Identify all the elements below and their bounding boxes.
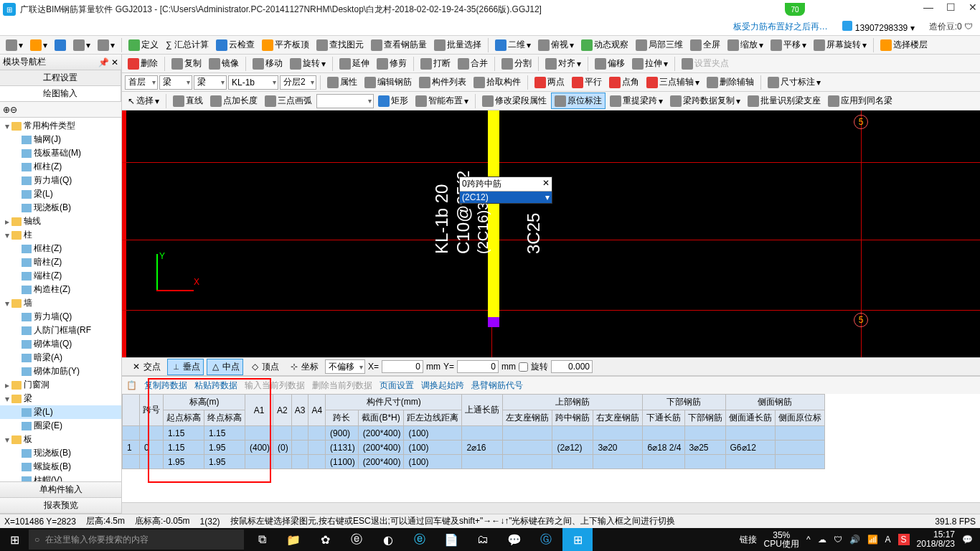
view-rebar-button[interactable]: 查看钢筋量	[368, 37, 430, 52]
copy-span-link[interactable]: 复制跨数据	[144, 380, 187, 392]
app-icon-7[interactable]: Ⓖ	[531, 528, 561, 551]
app-icon-3[interactable]: ◐	[373, 528, 403, 551]
tree-node[interactable]: 框柱(Z)	[0, 160, 121, 174]
paste-span-link[interactable]: 粘贴跨数据	[194, 380, 237, 392]
select-floor-button[interactable]: 选择楼层	[877, 37, 930, 52]
tree-node[interactable]: 端柱(Z)	[0, 269, 121, 283]
adjust-start-link[interactable]: 调换起始跨	[421, 380, 464, 392]
tray-up-icon[interactable]: ^	[806, 534, 811, 545]
user-phone[interactable]: 13907298339 ▾	[842, 21, 915, 33]
move-button[interactable]: 移动	[250, 56, 286, 71]
popup-close-icon[interactable]: ✕	[542, 178, 550, 190]
drawing-canvas[interactable]: KL-1b 20 C10@95(2 (2C16)320 3C25 Y X 5 5…	[122, 110, 980, 357]
ime-icon[interactable]: S	[898, 534, 910, 545]
tray-icon-1[interactable]: ☁	[818, 534, 826, 545]
clock[interactable]: 15:172018/8/23	[917, 530, 955, 549]
type-combo[interactable]: 梁	[194, 75, 227, 90]
local-3d-button[interactable]: 局部三维	[633, 37, 686, 52]
merge-button[interactable]: 合并	[455, 56, 491, 71]
notification-icon[interactable]: 💬	[962, 534, 973, 545]
sum-calc-button[interactable]: ∑ 汇总计算	[163, 37, 212, 52]
batch-support-button[interactable]: 批量识别梁支座	[745, 93, 824, 108]
delete-button[interactable]: 删除	[125, 56, 161, 71]
edge-icon[interactable]: ⓔ	[341, 528, 372, 551]
arc-tool[interactable]: 三点画弧	[262, 93, 315, 108]
undo-button[interactable]: ▾	[70, 38, 93, 52]
mirror-button[interactable]: 镜像	[206, 56, 242, 71]
member-list-button[interactable]: 构件列表	[416, 75, 469, 90]
view-2d-button[interactable]: 二维▾	[492, 37, 534, 52]
tree-node[interactable]: 梁(L)	[0, 187, 121, 201]
point-length-tool[interactable]: 点加长度	[207, 93, 260, 108]
redo-button[interactable]: ▾	[95, 38, 118, 52]
close-icon[interactable]: ✕	[969, 1, 977, 13]
tree-node[interactable]: ▾板	[0, 433, 121, 446]
cantilever-code-link[interactable]: 悬臂钢筋代号	[471, 380, 523, 392]
news-link[interactable]: 板受力筋布置好之后再…	[733, 21, 828, 33]
minimize-icon[interactable]: —	[923, 1, 933, 13]
tree-node[interactable]: ▾常用构件类型	[0, 119, 121, 133]
tree-node[interactable]: 螺旋板(B)	[0, 460, 121, 474]
popup-value[interactable]: (2C12)▾	[460, 192, 552, 203]
tree-node[interactable]: 暗梁(A)	[0, 351, 121, 364]
new-button[interactable]: ▾	[3, 38, 26, 52]
tab-single-input[interactable]: 单构件输入	[0, 482, 121, 498]
table-icon[interactable]: 📋	[126, 380, 137, 390]
tab-report[interactable]: 报表预览	[0, 498, 121, 514]
find-view-button[interactable]: 查找图元	[314, 37, 367, 52]
taskview-icon[interactable]: ⧉	[247, 528, 277, 551]
tree-node[interactable]: 砌体墙(Q)	[0, 337, 121, 351]
tree-node[interactable]: ▸门窗洞	[0, 378, 121, 392]
batch-select-button[interactable]: 批量选择	[431, 37, 484, 52]
dynamic-view-button[interactable]: 动态观察	[578, 37, 631, 52]
tree-node[interactable]: 现浇板(B)	[0, 446, 121, 460]
stretch-button[interactable]: 拉伸▾	[629, 56, 671, 71]
tree-node[interactable]: 现浇板(B)	[0, 201, 121, 215]
snap-perp[interactable]: ⟂垂点	[167, 359, 204, 375]
horizontal-scrollbar[interactable]	[122, 502, 980, 514]
delete-aux-button[interactable]: 删除辅轴	[704, 75, 757, 90]
align-button[interactable]: 对齐▾	[542, 56, 584, 71]
three-point-aux-button[interactable]: 三点辅轴▾	[644, 75, 702, 90]
offset-button[interactable]: 偏移	[592, 56, 628, 71]
span-data-table[interactable]: 跨号标高(m)A1A2A3A4构件尺寸(mm)上通长筋上部钢筋下部钢筋侧面钢筋起…	[122, 394, 980, 502]
select-tool[interactable]: ↖ 选择▾	[125, 93, 162, 108]
tray-icon-a[interactable]: A	[885, 534, 891, 545]
apply-same-name-button[interactable]: 应用到同名梁	[825, 93, 895, 108]
layer-combo[interactable]: 分层2	[280, 75, 316, 90]
x-input[interactable]	[382, 360, 423, 373]
tree-node[interactable]: 筏板基础(M)	[0, 146, 121, 160]
category-combo[interactable]: 梁	[159, 75, 192, 90]
app-icon-2[interactable]: ✿	[310, 528, 340, 551]
tab-draw[interactable]: 绘图输入	[0, 86, 121, 101]
tree-node[interactable]: 梁(L)	[0, 405, 121, 419]
inplace-annotate-button[interactable]: 原位标注	[551, 93, 606, 109]
flat-top-button[interactable]: 平齐板顶	[259, 37, 312, 52]
app-icon-1[interactable]: 📁	[278, 528, 308, 551]
member-combo[interactable]: KL-1b	[228, 75, 278, 90]
rotate-checkbox[interactable]	[519, 362, 528, 372]
parallel-button[interactable]: 平行	[569, 75, 605, 90]
define-button[interactable]: 定义	[126, 37, 161, 52]
tree-node[interactable]: 砌体加筋(Y)	[0, 364, 121, 378]
floor-combo[interactable]: 首层	[125, 75, 158, 90]
zoom-button[interactable]: 缩放▾	[725, 37, 766, 52]
network-icon[interactable]: 📶	[867, 534, 878, 545]
snap-coord[interactable]: ⊹坐标	[286, 359, 322, 375]
cloud-check-button[interactable]: 云检查	[213, 37, 258, 52]
page-setup-link[interactable]: 页面设置	[380, 380, 414, 392]
tree-node[interactable]: 圈梁(E)	[0, 419, 121, 433]
link-status[interactable]: 链接	[740, 534, 757, 546]
tree-node[interactable]: ▸轴线	[0, 215, 121, 228]
y-input[interactable]	[457, 360, 499, 373]
redraw-span-button[interactable]: 重提梁跨▾	[607, 93, 666, 108]
copy-button[interactable]: 复制	[169, 56, 204, 71]
edit-rebar-button[interactable]: 编辑钢筋	[362, 75, 415, 90]
tree-node[interactable]: 柱帽(V)	[0, 474, 121, 481]
fullscreen-button[interactable]: 全屏	[687, 37, 723, 52]
save-button[interactable]	[52, 38, 69, 52]
app-icon-5[interactable]: 🗂	[468, 528, 498, 551]
pan-button[interactable]: 平移▾	[768, 37, 809, 52]
pick-member-button[interactable]: 拾取构件	[471, 75, 524, 90]
rotate-input[interactable]	[551, 360, 593, 373]
